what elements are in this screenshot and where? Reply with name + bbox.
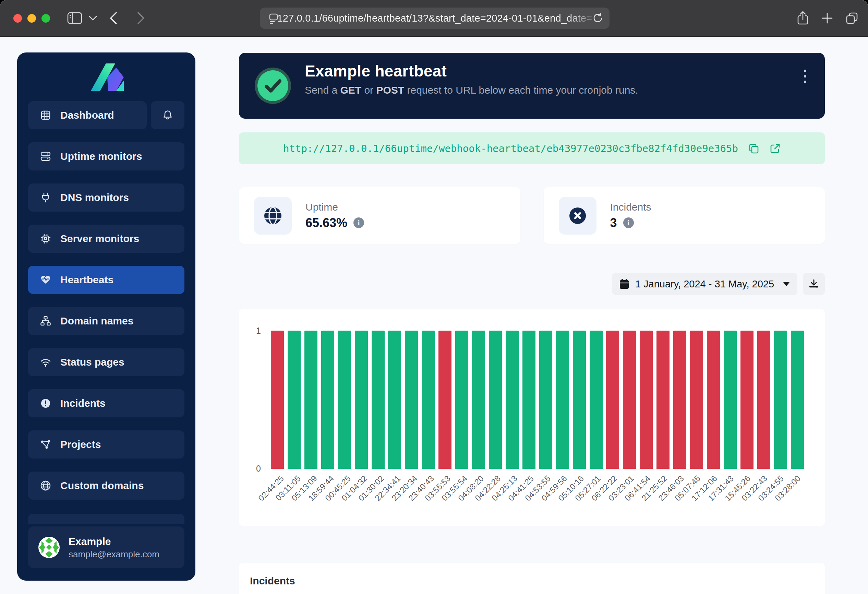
share-button[interactable] — [797, 0, 809, 36]
heart-icon — [40, 274, 52, 286]
chart-bar-up — [523, 331, 536, 469]
tab-overview-button[interactable] — [845, 0, 858, 36]
page-subtitle: Send a GET or POST request to URL below … — [305, 84, 638, 96]
download-button[interactable] — [803, 273, 825, 295]
incidents-label: Incidents — [610, 201, 651, 213]
sidebar-item-status-pages[interactable]: Status pages — [28, 348, 185, 376]
external-link-icon[interactable] — [770, 143, 781, 154]
webhook-url: http://127.0.0.1/66uptime/webhook-heartb… — [283, 143, 738, 154]
app-logo — [17, 59, 195, 92]
sidebar-item-heartbeats[interactable]: Heartbeats — [28, 266, 185, 294]
bell-icon — [162, 109, 173, 121]
chart-bar-up — [422, 331, 435, 469]
chart-bar-up — [724, 331, 737, 469]
reload-icon[interactable] — [592, 13, 603, 23]
chart-bar-up — [506, 331, 519, 469]
chart-bar-up — [556, 331, 569, 469]
server-icon — [40, 151, 52, 162]
notifications-button[interactable] — [151, 101, 185, 129]
sidebar-item-server-monitors[interactable]: Server monitors — [28, 225, 185, 253]
address-bar[interactable]: 127.0.0.1/66uptime/heartbeat/13?&start_d… — [260, 7, 610, 29]
incident-x-icon — [567, 205, 589, 227]
sidebar-item-label: Projects — [61, 439, 101, 450]
sidebar-item-custom-domains[interactable]: Custom domains — [28, 471, 185, 500]
sidebar-item-dashboard[interactable]: Dashboard — [28, 101, 147, 129]
forward-arrow-icon — [136, 11, 145, 25]
globe-icon — [40, 480, 52, 492]
incidents-icon-tile — [559, 197, 596, 235]
wifi-icon — [40, 356, 52, 368]
sidebar-item-label: Incidents — [61, 397, 106, 409]
sidebar-toggle-button[interactable] — [67, 0, 82, 36]
sidebar-item-domain-names[interactable]: Domain names — [28, 307, 185, 335]
y-tick-0: 0 — [249, 464, 261, 474]
chart-bar-down — [606, 331, 619, 469]
nodes-icon — [40, 439, 52, 450]
toolbar-chevron-button[interactable] — [89, 0, 97, 36]
tabs-icon — [845, 12, 858, 25]
chart-bar-down — [271, 331, 284, 469]
y-tick-1: 1 — [249, 326, 261, 336]
chart-bar-up — [355, 331, 368, 469]
uptime-info-icon[interactable]: i — [353, 217, 364, 228]
zoom-window-button[interactable] — [41, 14, 50, 23]
sidebar-item-dns-monitors[interactable]: DNS monitors — [28, 183, 185, 211]
chart-bar-up — [791, 331, 804, 469]
uptime-label: Uptime — [306, 201, 364, 213]
calendar-icon — [620, 279, 629, 289]
sidebar-item-clipped[interactable] — [28, 514, 185, 524]
sidebar-item-label: Status pages — [61, 356, 124, 368]
uptime-icon-tile — [254, 197, 292, 235]
sidebar-item-label: Dashboard — [61, 109, 114, 121]
incidents-section: Incidents — [239, 563, 825, 594]
sidebar-item-label: Heartbeats — [61, 274, 114, 286]
chart-bar-up — [489, 331, 502, 469]
new-tab-button[interactable] — [821, 0, 833, 36]
chart-bar-up — [472, 331, 485, 469]
page-title: Example heartbeat — [305, 62, 638, 80]
chevron-down-icon — [89, 15, 97, 21]
close-window-button[interactable] — [13, 14, 22, 23]
sidebar-item-incidents[interactable]: Incidents — [28, 389, 185, 417]
chart-bar-up — [321, 331, 334, 469]
sidebar-item-uptime-monitors[interactable]: Uptime monitors — [28, 142, 185, 170]
chart-bar-down — [741, 331, 753, 469]
date-range-picker[interactable]: 1 January, 2024 - 31 May, 2025 — [612, 273, 797, 295]
back-button[interactable] — [109, 0, 118, 36]
chart-bar-down — [657, 331, 670, 469]
incidents-value: 3 — [610, 216, 617, 230]
sidebar-item-label: DNS monitors — [61, 192, 129, 203]
browser-window: 127.0.0.1/66uptime/heartbeat/13?&start_d… — [0, 0, 868, 594]
header-menu-button[interactable] — [797, 66, 813, 86]
back-arrow-icon — [109, 11, 118, 25]
uptime-value: 65.63% — [306, 216, 347, 230]
chart-bar-up — [573, 331, 586, 469]
date-range-text: 1 January, 2024 - 31 May, 2025 — [635, 278, 774, 290]
chart-bar-up — [539, 331, 552, 469]
incidents-info-icon[interactable]: i — [623, 217, 634, 228]
sidebar-item-projects[interactable]: Projects — [28, 430, 185, 458]
sidebar: DashboardUptime monitorsDNS monitorsServ… — [17, 52, 195, 581]
uptime-card: Uptime 65.63% i — [239, 187, 520, 244]
user-menu[interactable]: Example sample@example.com — [28, 526, 185, 568]
chart-bar-up — [590, 331, 603, 469]
user-email: sample@example.com — [69, 549, 159, 560]
plug-icon — [40, 192, 52, 203]
copy-icon[interactable] — [748, 143, 759, 154]
user-name: Example — [69, 535, 159, 548]
chart-bar-up — [304, 331, 317, 469]
minimize-window-button[interactable] — [27, 14, 36, 23]
chart-bar-down — [707, 331, 720, 469]
chart-bar-down — [640, 331, 653, 469]
sidebar-toggle-icon — [67, 12, 82, 24]
chart-bar-down — [690, 331, 703, 469]
logo-icon — [87, 59, 125, 92]
forward-button[interactable] — [136, 0, 145, 36]
chart-bar-up — [774, 331, 787, 469]
chart-bar-down — [757, 331, 770, 469]
chart-toolbar: 1 January, 2024 - 31 May, 2025 — [239, 273, 825, 295]
download-icon — [809, 279, 819, 289]
webhook-url-bar: http://127.0.0.1/66uptime/webhook-heartb… — [239, 132, 825, 164]
incidents-section-title: Incidents — [239, 563, 825, 587]
stats-row: Uptime 65.63% i — [239, 187, 825, 244]
